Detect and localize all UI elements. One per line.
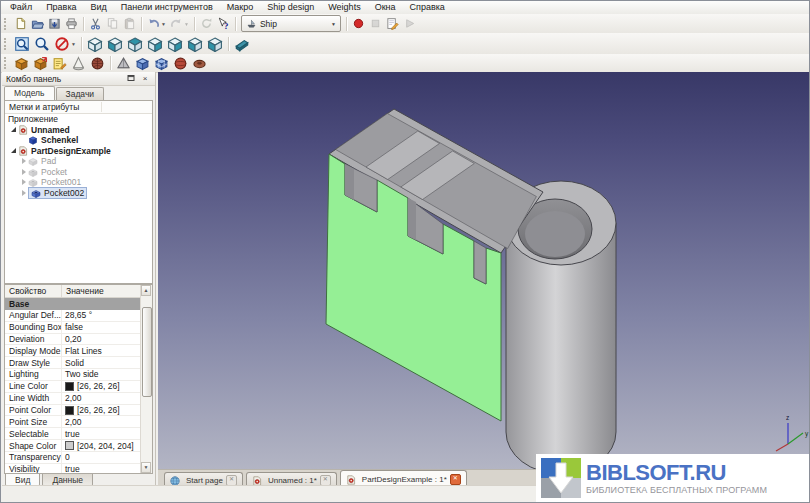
tree-root[interactable]: Приложение [5,114,152,125]
save-file-button[interactable] [46,16,63,31]
property-row[interactable]: Point Color [26, 26, 26] [5,405,141,417]
expander-icon[interactable] [9,148,18,153]
macro-record-button[interactable] [350,16,367,31]
print-button[interactable] [63,16,80,31]
undo-button[interactable]: ▼ [145,16,168,31]
freecad-doc-icon [18,125,28,135]
view-right-button[interactable] [145,35,165,53]
fit-selection-button[interactable] [32,35,52,53]
property-row[interactable]: Display Mode Flat Lines [5,345,141,357]
tree-item[interactable]: Schenkel [5,135,152,146]
close-panel-button[interactable]: × [139,73,151,85]
copy-button[interactable] [104,16,121,31]
view-left-button[interactable] [205,35,225,53]
view-axonometric-button[interactable] [85,35,105,53]
menu-item[interactable]: Weights [321,1,367,14]
menu-item[interactable]: Правка [39,1,83,14]
properties-scrollbar[interactable]: ▲ ▼ [140,285,152,473]
expander-icon[interactable] [19,190,28,196]
scroll-up-button[interactable]: ▲ [141,285,151,296]
expander-icon[interactable] [19,158,28,164]
mesh-box-button[interactable] [133,55,152,72]
property-row[interactable]: Transparency 0 [5,452,141,464]
property-row[interactable]: Bounding Box false [5,322,141,334]
macro-record-icon [352,17,365,30]
toolbar-grip[interactable] [4,18,9,30]
refresh-button[interactable] [198,16,215,31]
property-row[interactable]: Visibility true [5,464,141,474]
mesh-cone-button[interactable] [69,55,88,72]
mesh-sphere-dark-button[interactable] [88,55,107,72]
whats-this-button[interactable]: ? [215,16,232,31]
property-row[interactable]: Angular Def... 28,65 ° [5,310,141,322]
tree-item[interactable]: Pocket [5,167,152,178]
mesh-tetrahedron-button[interactable] [114,55,133,72]
mesh-annotation-button[interactable] [50,55,69,72]
expander-icon[interactable] [19,169,28,175]
toolbar-view: ▼ [1,33,809,55]
menu-item[interactable]: Макро [220,1,261,14]
panel-tab-tasks[interactable]: Задачи [56,87,105,100]
column-divider[interactable] [101,102,102,112]
tree-header: Метки и атрибуты [5,101,152,114]
view-top-button[interactable] [125,35,145,53]
cut-button[interactable] [87,16,104,31]
menu-item[interactable]: Ship design [260,1,321,14]
color-swatch [65,406,74,415]
macro-stop-button[interactable] [367,16,384,31]
refresh-icon [200,17,213,30]
mesh-box-mesh-button[interactable] [152,55,171,72]
expander-icon[interactable] [9,127,18,132]
property-row[interactable]: Deviation 0,20 [5,334,141,346]
mesh-sphere-red-button[interactable] [171,55,190,72]
menu-item[interactable]: Панели инструментов [114,1,220,14]
tree-item[interactable]: Pocket002 [5,188,152,199]
tree-item[interactable]: Unnamed [5,125,152,136]
float-panel-button[interactable] [125,73,137,85]
open-file-button[interactable] [29,16,46,31]
draw-style-button[interactable]: ▼ [52,35,78,53]
macro-edit-button[interactable] [384,16,401,31]
tree-item[interactable]: PartDesignExample [5,146,152,157]
watermark-title: BIBLSOFT.RU [586,462,767,484]
toolbar-grip[interactable] [4,38,9,50]
property-row[interactable]: Line Color [26, 26, 26] [5,381,141,393]
mesh-export-button[interactable] [31,55,50,72]
menu-item[interactable]: Справка [403,1,452,14]
tree-item[interactable]: Pad [5,156,152,167]
view-bottom-button[interactable] [185,35,205,53]
selected-tree-item[interactable]: Pocket002 [28,187,87,199]
model-tree: Метки и атрибуты ПриложениеUnnamedSchenk… [4,100,153,284]
mesh-sphere-red-icon [173,56,188,71]
menu-item[interactable]: Вид [84,1,114,14]
3d-part[interactable]: z y [158,72,809,469]
new-file-button[interactable] [12,16,29,31]
menu-item[interactable]: Окна [368,1,403,14]
property-row[interactable]: Selectable true [5,428,141,440]
property-row[interactable]: Point Size 2,00 [5,416,141,428]
mesh-torus-button[interactable] [190,55,209,72]
3d-viewport[interactable]: z y [158,72,809,469]
scroll-down-button[interactable]: ▼ [141,462,151,473]
view-front-button[interactable] [105,35,125,53]
expander-icon[interactable] [19,179,28,185]
panel-tab-model[interactable]: Модель [4,86,55,100]
property-row[interactable]: Shape Color [204, 204, 204] [5,440,141,452]
property-row[interactable]: Lighting Two side [5,369,141,381]
scrollbar-thumb[interactable] [142,307,152,397]
measure-distance-button[interactable] [232,35,252,53]
property-row[interactable]: Line Width 2,00 [5,393,141,405]
toolbar-mesh [1,54,809,73]
menu-item[interactable]: Файл [3,1,39,14]
workbench-selector[interactable]: Ship▼ [241,15,341,32]
view-rear-button[interactable] [165,35,185,53]
fit-all-button[interactable] [12,35,32,53]
mesh-import-button[interactable] [12,55,31,72]
property-group-row[interactable]: Base [5,298,141,310]
close-tab-icon[interactable]: ✕ [450,474,461,485]
macro-play-button[interactable] [401,16,418,31]
property-row[interactable]: Draw Style Solid [5,357,141,369]
redo-button[interactable]: ▼ [168,16,191,31]
paste-button[interactable] [121,16,138,31]
toolbar-grip[interactable] [4,57,9,69]
